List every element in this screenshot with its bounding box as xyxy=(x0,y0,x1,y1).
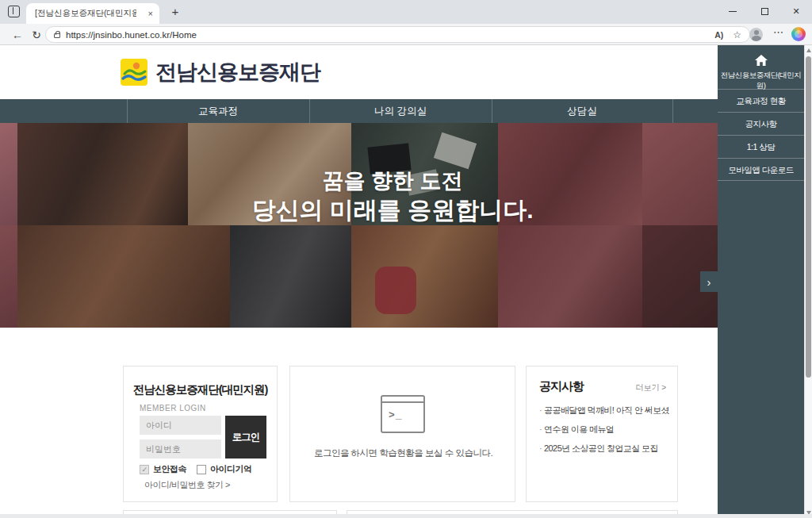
read-aloud-icon[interactable]: A) xyxy=(714,30,723,40)
member-login-label: MEMBER LOGIN xyxy=(140,404,277,412)
notice-list-item[interactable]: ·2025년 소상공인 창업교실 모집 xyxy=(539,439,669,458)
login-panel: 전남신용보증재단(대민지원) MEMBER LOGIN 로그인 ✓ 보안접속 아… xyxy=(123,366,278,502)
address-bar[interactable]: https://jnsinbo.hunet.co.kr/Home A) ☆ xyxy=(45,26,750,43)
secure-connection-label: 보안접속 xyxy=(153,463,186,475)
sidebar-home-link[interactable]: 전남신용보증재단(대민지원) xyxy=(718,45,804,89)
browser-toolbar: ← ↻ https://jnsinbo.hunet.co.kr/Home A) … xyxy=(0,24,812,45)
lock-icon xyxy=(54,33,60,38)
sidebar-item-mobile-app[interactable]: 모바일앱 다운로드 xyxy=(718,158,804,181)
remember-id-label: 아이디기억 xyxy=(210,463,252,475)
notice-list-item[interactable]: ·공공배달앱 먹깨비! 아직 안 써보셨나요?? xyxy=(539,401,669,420)
browser-menu-icon[interactable]: ⋯ xyxy=(773,26,783,38)
sidebar-item-1to1-counsel[interactable]: 1:1 상담 xyxy=(718,135,804,158)
learning-status-panel: >_ 로그인을 하시면 학습현황을 보실 수 있습니다. xyxy=(289,366,515,502)
tab-actions-icon[interactable] xyxy=(8,6,20,17)
find-id-password-link[interactable]: 아이디/비밀번호 찾기 > xyxy=(124,479,251,491)
hero-banner: 꿈을 향한 도전 당신의 미래를 응원합니다. › xyxy=(0,123,718,328)
back-button[interactable]: ← xyxy=(10,27,25,43)
browser-tab[interactable]: [전남신용보증재단(대민지원)] 사이 × xyxy=(26,3,159,24)
viewport-bottom-strip xyxy=(0,514,812,518)
secure-connection-checkbox[interactable]: ✓ xyxy=(140,465,149,474)
site-header: 전남신용보증재단 xyxy=(0,45,718,99)
minimize-button[interactable] xyxy=(717,0,749,23)
page-content: 전남신용보증재단 교육과정 나의 강의실 상담실 꿈을 향한 도전 당신의 미래… xyxy=(0,45,812,518)
url-text[interactable]: https://jnsinbo.hunet.co.kr/Home xyxy=(66,30,197,40)
new-tab-button[interactable]: + xyxy=(168,5,182,19)
sidebar-item-notice[interactable]: 공지사항 xyxy=(718,112,804,135)
notice-panel: 공지사항 더보기 > ·공공배달앱 먹깨비! 아직 안 써보셨나요?? ·연수원… xyxy=(526,366,678,502)
scrollbar-up-arrow-icon[interactable] xyxy=(806,48,811,52)
sidebar-menu: 교육과정 현황 공지사항 1:1 상담 모바일앱 다운로드 xyxy=(718,89,804,181)
notice-item-text: 연수원 이용 메뉴얼 xyxy=(544,424,614,434)
copilot-icon[interactable] xyxy=(791,27,806,41)
close-button[interactable]: ✕ xyxy=(780,0,812,23)
hero-slogan-line2: 당신의 미래를 응원합니다. xyxy=(63,194,718,226)
remember-id-checkbox[interactable] xyxy=(197,465,206,474)
notice-more-link[interactable]: 더보기 > xyxy=(635,382,666,393)
profile-avatar-icon[interactable] xyxy=(749,28,763,41)
home-icon xyxy=(755,55,768,66)
nav-separator xyxy=(672,99,673,123)
bullet-icon: · xyxy=(539,443,542,453)
quick-sidebar: 전남신용보증재단(대민지원) 교육과정 현황 공지사항 1:1 상담 모바일앱 … xyxy=(718,45,804,514)
window-controls: ✕ xyxy=(717,0,812,23)
maximize-button[interactable] xyxy=(749,0,780,23)
site-name: 전남신용보증재단 xyxy=(155,58,320,86)
scrollbar-thumb[interactable] xyxy=(806,56,811,378)
tab-close-icon[interactable]: × xyxy=(148,10,153,18)
login-options-row: ✓ 보안접속 아이디기억 xyxy=(140,463,252,475)
address-bar-actions: A) ☆ xyxy=(714,29,741,40)
favorite-star-icon[interactable]: ☆ xyxy=(733,29,741,40)
notice-header: 공지사항 더보기 > xyxy=(539,379,666,394)
maximize-icon xyxy=(761,8,768,15)
bullet-icon: · xyxy=(539,424,542,434)
foundation-logo-icon xyxy=(121,59,147,86)
hero-slogan-line1: 꿈을 향한 도전 xyxy=(63,167,718,194)
login-password-input[interactable] xyxy=(140,439,221,459)
tab-title: [전남신용보증재단(대민지원)] 사이 xyxy=(35,8,136,19)
nav-item-courses[interactable]: 교육과정 xyxy=(127,99,309,123)
terminal-window-icon: >_ xyxy=(381,395,425,433)
browser-titlebar: [전남신용보증재단(대민지원)] 사이 × + ✕ xyxy=(0,0,812,24)
login-id-input[interactable] xyxy=(140,416,221,435)
login-button[interactable]: 로그인 xyxy=(225,416,266,459)
notice-item-text: 공공배달앱 먹깨비! 아직 안 써보셨나요?? xyxy=(544,405,669,415)
learning-status-message: 로그인을 하시면 학습현황을 보실 수 있습니다. xyxy=(290,447,516,459)
minimize-icon xyxy=(729,11,737,12)
page-scrollbar[interactable] xyxy=(804,45,812,518)
notice-title: 공지사항 xyxy=(539,379,584,394)
refresh-button[interactable]: ↻ xyxy=(29,27,44,43)
nav-item-my-classroom[interactable]: 나의 강의실 xyxy=(309,99,492,123)
main-nav: 교육과정 나의 강의실 상담실 xyxy=(0,99,718,123)
sidebar-item-course-status[interactable]: 교육과정 현황 xyxy=(718,89,804,112)
notice-item-text: 2025년 소상공인 창업교실 모집 xyxy=(544,443,658,453)
notice-list: ·공공배달앱 먹깨비! 아직 안 써보셨나요?? ·연수원 이용 메뉴얼 ·20… xyxy=(539,401,669,458)
bullet-icon: · xyxy=(539,405,542,415)
hero-next-button[interactable]: › xyxy=(700,271,718,292)
hero-slogan: 꿈을 향한 도전 당신의 미래를 응원합니다. xyxy=(63,167,718,226)
notice-list-item[interactable]: ·연수원 이용 메뉴얼 xyxy=(539,420,669,439)
login-panel-title: 전남신용보증재단(대민지원) xyxy=(124,382,277,397)
site-logo[interactable]: 전남신용보증재단 xyxy=(121,58,320,86)
nav-item-counsel[interactable]: 상담실 xyxy=(492,99,672,123)
terminal-prompt-glyph: >_ xyxy=(389,409,403,421)
